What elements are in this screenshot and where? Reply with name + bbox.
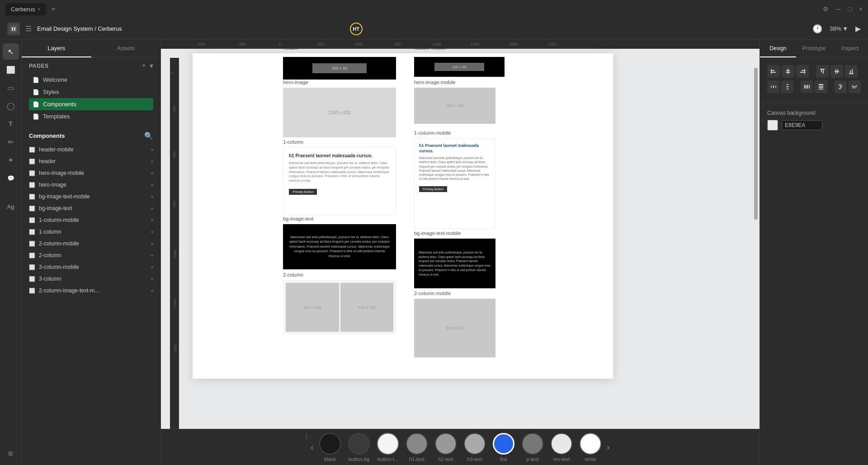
tool-text[interactable]: T [3, 116, 19, 132]
comp-2-column[interactable]: 310 x 310 310 x 310 [283, 280, 396, 334]
tool-move[interactable]: ↖ [3, 43, 19, 60]
tidy-v-btn[interactable] [815, 80, 827, 93]
tool-effects[interactable]: ✦ [3, 152, 19, 168]
comp-item-3-column-mobile[interactable]: ⬜ 3-column-mobile ▾ [22, 261, 160, 273]
palette-rev-text[interactable]: rev-text [551, 433, 572, 462]
tab-cerberus[interactable]: Cerberus × [5, 3, 46, 15]
palette-h3-text[interactable]: h3-text [464, 433, 486, 462]
hero-mobile-size-label: 380 x 400 [446, 103, 464, 108]
comp-item-header-mobile[interactable]: ⬜ header-mobile ▾ [22, 144, 160, 155]
palette-p-text[interactable]: p-text [522, 433, 543, 462]
v-ruler-mark-n1500: -1500 [173, 344, 177, 353]
comp-frame-icon: ⬜ [29, 170, 35, 176]
palette-button-bg[interactable]: button-bg [348, 433, 370, 462]
align-right-btn[interactable] [796, 65, 809, 78]
settings-btn[interactable]: ⚙ [823, 5, 829, 13]
label-2-column: 2-column [283, 272, 303, 277]
tab-assets[interactable]: Assets [91, 40, 161, 57]
comp-1-column-mobile[interactable]: h1 Praesent laoreet malesuada cursus. Ma… [414, 138, 495, 229]
tab-inspect[interactable]: Inspect [832, 40, 868, 57]
palette-button-t[interactable]: button-t... [377, 433, 399, 462]
comp-frame-icon: ⬜ [29, 182, 35, 188]
p-text-swatch [522, 433, 543, 455]
minimize-btn[interactable]: ─ [836, 5, 840, 13]
flip-h-btn[interactable] [835, 80, 847, 93]
palette-prev-btn[interactable]: ‹ [305, 442, 319, 452]
tab-prototype[interactable]: Prototype [796, 40, 832, 57]
comp-item-1-column-mobile[interactable]: ⬜ 1-column-mobile ▾ [22, 214, 160, 226]
palette-black[interactable]: black [319, 433, 341, 462]
comp-hero-image-mobile[interactable]: 380 x 400 [414, 88, 495, 124]
tool-rectangle[interactable]: ▭ [3, 80, 19, 96]
tool-circle[interactable]: ◯ [3, 98, 19, 114]
tool-ai[interactable]: Ag [3, 199, 19, 215]
comp-item-bg-image-text-mobile[interactable]: ⬜ bg-image-text-mobile ▾ [22, 191, 160, 202]
align-center-h-btn[interactable] [782, 65, 794, 78]
comp-header[interactable]: 200 x 50 [283, 57, 396, 80]
comp-header-mobile[interactable]: 200 x 50 [414, 57, 505, 77]
align-left-btn[interactable] [767, 65, 780, 78]
page-item-components[interactable]: 📄 Components [29, 98, 153, 110]
palette-white[interactable]: white [580, 433, 601, 462]
close-btn[interactable]: × [859, 5, 863, 13]
canvas-bg-hex-input[interactable] [782, 120, 822, 130]
svg-rect-21 [775, 86, 776, 88]
palette-next-btn[interactable]: › [601, 442, 615, 452]
comp-item-2-column-mobile[interactable]: ⬜ 2-column-mobile ▾ [22, 238, 160, 249]
palette-link[interactable]: link [493, 433, 514, 462]
align-middle-btn[interactable] [830, 65, 843, 78]
comp-1colm-btn[interactable]: Primary Button [419, 186, 447, 192]
page-item-styles[interactable]: 📄 Styles [29, 86, 153, 98]
comp-item-hero-image-mobile[interactable]: ⬜ hero-image-mobile ▾ [22, 167, 160, 179]
comp-1-column[interactable]: h1 Praesent laoreet malesuada cursus. Ma… [283, 147, 396, 215]
flip-v-btn[interactable] [849, 80, 861, 93]
svg-rect-23 [786, 86, 789, 87]
comp-frame-icon: ⬜ [29, 147, 35, 153]
menu-btn[interactable]: ☰ [25, 24, 32, 33]
history-btn[interactable]: 🕐 [812, 24, 822, 34]
tool-comment[interactable]: 💬 [3, 170, 19, 186]
comp-item-3-column[interactable]: ⬜ 3-column ▾ [22, 273, 160, 285]
zoom-control[interactable]: 38% ▼ [830, 25, 848, 32]
comp-item-hero-image[interactable]: ⬜ hero-image ▾ [22, 179, 160, 191]
tab-design[interactable]: Design [760, 40, 796, 57]
comp-label: hero-image [39, 182, 147, 188]
maximize-btn[interactable]: □ [848, 5, 851, 13]
play-btn[interactable]: ▶ [855, 24, 861, 33]
comp-item-1-column[interactable]: ⬜ 1-column ▾ [22, 226, 160, 238]
search-icon[interactable]: 🔍 [144, 132, 153, 140]
comp-item-header[interactable]: ⬜ header ▾ [22, 155, 160, 167]
comp-2-column-mobile[interactable]: 310 x 310 [414, 299, 495, 357]
tool-frame[interactable]: ⬜ [3, 61, 19, 78]
comp-bg-image-text[interactable]: Maecenas sed ante pellentesque, posuere … [283, 224, 396, 269]
comp-1col-btn[interactable]: Primary Button [289, 189, 317, 195]
svg-rect-3 [772, 72, 776, 73]
align-top-btn[interactable] [816, 65, 829, 78]
tab-close-btn[interactable]: × [38, 7, 40, 12]
scroll-indicator[interactable] [754, 68, 758, 220]
tool-pen[interactable]: ✏ [3, 134, 19, 150]
tool-grid[interactable]: ⊞ [3, 445, 19, 461]
tab-layers[interactable]: Layers [22, 40, 91, 57]
pages-add-btn[interactable]: + [142, 61, 146, 70]
comp-label: bg-image-text-mobile [39, 193, 147, 200]
page-item-templates[interactable]: 📄 Templates [29, 110, 153, 122]
canvas-bg-swatch[interactable] [767, 120, 778, 131]
comp-label: 2-column-image-text-m... [39, 287, 147, 294]
distribute-v-btn[interactable] [781, 80, 793, 93]
palette-h1-text[interactable]: h1-text [406, 433, 428, 462]
page-item-welcome[interactable]: 📄 Welcome [29, 74, 153, 86]
comp-item-bg-image-text[interactable]: ⬜ bg-image-text ▾ [22, 202, 160, 214]
comp-item-2-column[interactable]: ⬜ 2-column ▾ [22, 249, 160, 261]
comp-bg-image-text-mobile[interactable]: Maecenas sed ante pellentesque, posuere … [414, 239, 495, 288]
align-bottom-btn[interactable] [845, 65, 858, 78]
comp-item-2-column-image-text-m[interactable]: ⬜ 2-column-image-text-m... ▾ [22, 285, 160, 296]
pages-chevron-icon[interactable]: ▾ [150, 61, 153, 70]
distribute-h-btn[interactable] [767, 80, 779, 93]
tab-add-btn[interactable]: + [51, 5, 55, 13]
context-menu-btn[interactable]: ⋮ [303, 433, 310, 440]
align-row-2 [767, 80, 861, 93]
palette-h2-text[interactable]: h2-text [435, 433, 457, 462]
tidy-h-btn[interactable] [801, 80, 813, 93]
comp-hero-image[interactable]: 1360 x 600 [283, 88, 396, 137]
